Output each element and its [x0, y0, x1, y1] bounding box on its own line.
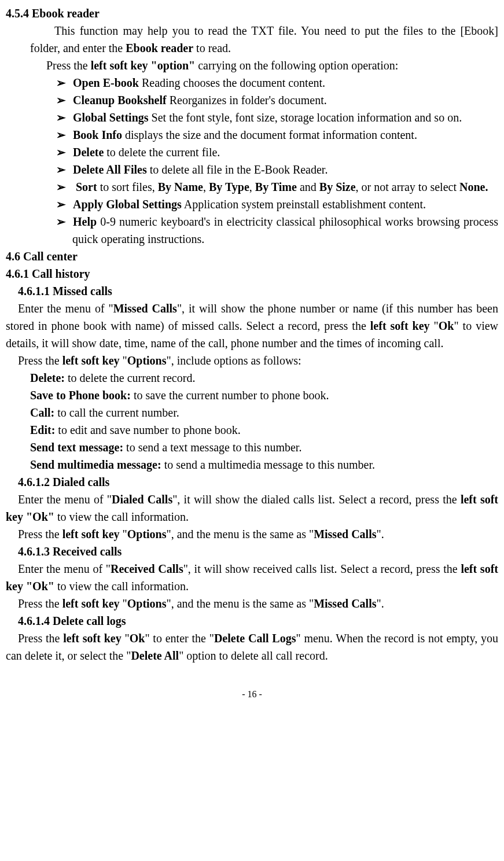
list-item: Help 0-9 numeric keyboard's in electrici…	[6, 213, 498, 248]
text-bold: Missed Calls	[113, 302, 177, 315]
opt-title: Send multimedia message:	[30, 458, 161, 471]
text-bold: None.	[459, 181, 488, 193]
text: Enter the menu of "	[18, 493, 112, 506]
text-bold: By Size	[319, 181, 356, 193]
text: ,	[249, 181, 255, 193]
opt-desc: to call the current number.	[54, 406, 179, 419]
text: Press the	[18, 528, 62, 540]
opt-title: Edit:	[30, 424, 55, 436]
heading-4-5-4: 4.5.4 Ebook reader	[6, 5, 498, 22]
text-bold: Ok	[439, 319, 454, 332]
heading-4-6-1-4: 4.6.1.4 Delete call logs	[6, 612, 498, 630]
text: ,	[203, 181, 209, 193]
opt-desc: to edit and save number to phone book.	[55, 424, 241, 436]
text-bold: left soft key	[62, 597, 120, 610]
opt-title: Delete	[73, 146, 104, 159]
text: "	[122, 632, 130, 645]
text-bold: Ok	[130, 632, 145, 645]
text-bold: Options	[127, 354, 167, 367]
missed-calls-options: Delete: to delete the current record. Sa…	[6, 369, 498, 473]
text: and	[297, 181, 319, 193]
text-bold: left soft key	[370, 319, 430, 332]
text: "	[120, 597, 127, 610]
text: " option to delete all call record.	[179, 649, 328, 662]
text-bold: left soft key	[63, 632, 121, 645]
missed-calls-p1: Enter the menu of "Missed Calls", it wil…	[6, 300, 498, 352]
opt-desc: to send a text message to this number.	[123, 441, 301, 454]
text: This function may help you to read the T…	[30, 24, 498, 54]
text-bold: Options	[127, 528, 167, 540]
text: to read.	[193, 42, 231, 54]
text-bold: By Name	[158, 181, 203, 193]
opt-title: Open E-book	[73, 76, 139, 89]
text-bold: Ebook reader	[126, 42, 193, 54]
text: "	[430, 319, 439, 332]
opt-title: Send text message:	[30, 441, 123, 454]
text: to view the call information.	[54, 580, 189, 593]
opt-desc: to send a multimedia message to this num…	[161, 458, 375, 471]
text: carrying on the following option operati…	[195, 59, 398, 72]
opt-title: Call:	[30, 406, 54, 419]
received-calls-p1: Enter the menu of "Received Calls", it w…	[6, 560, 498, 595]
opt-desc: to delete the current file.	[104, 146, 220, 159]
text-bold: Missed Calls	[314, 597, 376, 610]
text-bold: left soft key "option"	[91, 59, 196, 72]
list-item: Send multimedia message: to send a multi…	[6, 456, 498, 473]
text-bold: By Time	[255, 181, 297, 193]
list-item: Send text message: to send a text messag…	[6, 439, 498, 456]
text-bold: Delete Call Logs	[214, 632, 296, 645]
text: "	[120, 354, 127, 367]
text-bold: left soft key	[62, 354, 120, 367]
text: Press the	[18, 597, 62, 610]
delete-logs-p1: Press the left soft key "Ok" to enter th…	[6, 630, 498, 664]
opt-title: Help	[73, 215, 97, 228]
opt-title: Global Settings	[73, 111, 149, 124]
text: "	[120, 528, 127, 540]
heading-4-6-1-1: 4.6.1.1 Missed calls	[6, 282, 498, 300]
text: Press the	[18, 632, 63, 645]
text: Enter the menu of "	[18, 562, 111, 575]
ebook-options-list: Open E-book Reading chooses the document…	[6, 74, 498, 248]
opt-title: Book Info	[73, 128, 122, 141]
heading-4-6-1: 4.6.1 Call history	[6, 265, 498, 282]
missed-calls-p2: Press the left soft key "Options", inclu…	[6, 352, 498, 369]
opt-title: Delete All Files	[73, 163, 147, 176]
text: ", include options as follows:	[167, 354, 301, 367]
text: ".	[376, 597, 384, 610]
list-item: Save to Phone book: to save the current …	[6, 387, 498, 404]
list-item: Book Info displays the size and the docu…	[6, 126, 498, 144]
list-item: Delete to delete the current file.	[6, 144, 498, 161]
opt-desc: to save the current number to phone book…	[131, 389, 329, 402]
opt-title: Sort	[76, 181, 97, 193]
opt-title: Apply Global Settings	[73, 198, 182, 211]
text: " to enter the "	[145, 632, 214, 645]
text-bold: By Type	[209, 181, 249, 193]
opt-desc: to delete all file in the E-Book Reader.	[147, 163, 328, 176]
opt-desc: Reading chooses the document content.	[139, 76, 325, 89]
text: ", and the menu is the same as "	[167, 528, 314, 540]
opt-desc: displays the size and the document forma…	[122, 128, 417, 141]
list-item: Global Settings Set the font style, font…	[6, 109, 498, 126]
list-item: Sort to sort files, By Name, By Type, By…	[6, 178, 498, 196]
text: ", and the menu is the same as "	[167, 597, 314, 610]
text-bold: Dialed Calls	[112, 493, 172, 506]
text: Press the	[46, 59, 91, 72]
page-number: - 16 -	[6, 687, 498, 701]
dialed-calls-p2: Press the left soft key "Options", and t…	[6, 525, 498, 543]
text: ", it will show received calls list. Sel…	[183, 562, 461, 575]
received-calls-p2: Press the left soft key "Options", and t…	[6, 595, 498, 612]
heading-4-6-1-2: 4.6.1.2 Dialed calls	[6, 473, 498, 491]
heading-4-6-1-3: 4.6.1.3 Received calls	[6, 543, 498, 560]
text-bold: Missed Calls	[314, 528, 376, 540]
opt-title: Cleanup Bookshelf	[73, 94, 167, 106]
text: , or not array to select	[356, 181, 459, 193]
opt-desc: to delete the current record.	[65, 371, 195, 384]
text: ", it will show the dialed calls list. S…	[172, 493, 461, 506]
opt-desc: Application system preinstall establishm…	[182, 198, 426, 211]
opt-title: Delete:	[30, 371, 65, 384]
list-item: Open E-book Reading chooses the document…	[6, 74, 498, 91]
text: Press the	[18, 354, 62, 367]
list-item: Apply Global Settings Application system…	[6, 196, 498, 213]
list-item: Delete: to delete the current record.	[6, 369, 498, 387]
list-item: Call: to call the current number.	[6, 404, 498, 421]
